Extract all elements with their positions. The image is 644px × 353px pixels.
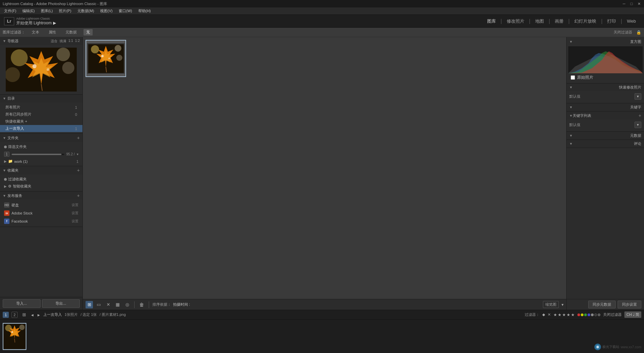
menu-help[interactable]: 帮助(H) [136, 8, 153, 14]
catalog-last-import[interactable]: 上一次导入 1 [0, 125, 82, 132]
keywording-header[interactable]: ▼ 关键字 [567, 103, 644, 111]
zoom-label[interactable]: 缩览图 [543, 301, 559, 308]
menu-edit[interactable]: 编辑(E) [20, 8, 38, 14]
keyword-list-header[interactable]: ▼ 关键字列表 + [567, 111, 644, 120]
star-2[interactable]: ★ [558, 312, 562, 317]
raw-photo-checkbox[interactable] [571, 75, 575, 80]
delete-rejected-button[interactable]: 🗑 [138, 301, 145, 308]
lr-start-label[interactable]: 开始使用 Lightroom ▶ [16, 21, 56, 25]
menu-window[interactable]: 窗口(W) [116, 8, 135, 14]
grid-view-button[interactable]: ⊞ [86, 301, 93, 308]
filter-lock-icon[interactable]: 🔒 [636, 30, 641, 35]
smart-collection[interactable]: ▶ ⚙ 智能收藏夹 [0, 183, 82, 190]
navigator-header[interactable]: ▼ 导航器 适合 填满 1:1 1:2 [0, 37, 82, 45]
nav-1-1[interactable]: 1:1 [68, 39, 73, 44]
flag-yellow[interactable] [581, 313, 583, 316]
flag-none[interactable] [594, 313, 597, 316]
sync-settings-button[interactable]: 同步设置 [618, 301, 641, 308]
filter-none[interactable]: 无 [84, 29, 93, 35]
filter-text[interactable]: 文本 [29, 29, 42, 35]
panel-2-button[interactable]: 2 [11, 312, 18, 318]
nav-fill[interactable]: 填满 [59, 39, 66, 44]
export-button[interactable]: 导出... [42, 299, 80, 308]
filter-attribute[interactable]: 属性 [46, 29, 59, 35]
menu-metadata[interactable]: 元数据(M) [75, 8, 97, 14]
star-5[interactable]: ★ [571, 312, 575, 317]
disk-arrow[interactable]: ▾ [77, 152, 78, 156]
publish-facebook[interactable]: f Facebook 设置 [0, 217, 82, 225]
grid-toggle-icon[interactable]: ⊞ [20, 311, 28, 319]
keyword-list-dropdown[interactable]: ▾ [635, 122, 641, 128]
filter-arrow-icon[interactable]: ◆ [542, 312, 545, 317]
collections-header[interactable]: ▼ 收藏夹 + [0, 166, 82, 174]
module-develop[interactable]: 修改照片 [503, 17, 528, 26]
filter-cross-icon[interactable]: ✕ [548, 312, 551, 317]
menu-library[interactable]: 图库(L) [38, 8, 55, 14]
module-print[interactable]: 打印 [603, 17, 620, 26]
minimize-button[interactable]: ─ [622, 1, 626, 6]
adobe-stock-setup[interactable]: 设置 [72, 211, 78, 216]
filmstrip-thumb-1[interactable] [3, 323, 26, 350]
folder-icon: 📁 [8, 159, 13, 163]
star-4[interactable]: ★ [567, 312, 570, 317]
survey-view-button[interactable]: ▦ [114, 301, 121, 308]
filter-metadata[interactable]: 元数据 [63, 29, 79, 35]
menu-view[interactable]: 视图(V) [97, 8, 115, 14]
histogram-header[interactable]: ▼ 直方图 [568, 39, 643, 45]
sync-metadata-button[interactable]: 同步元数据 [588, 301, 616, 308]
flag-green[interactable] [584, 313, 587, 316]
folders-header[interactable]: ▼ 文件夹 + [0, 134, 82, 142]
flag-purple[interactable] [591, 313, 594, 316]
module-book[interactable]: 画册 [551, 17, 568, 26]
grid-area [83, 37, 566, 299]
publish-harddisk[interactable]: HD 硬盘 设置 [0, 201, 82, 209]
star-1[interactable]: ★ [553, 312, 557, 317]
catalog-synced-photos[interactable]: 所有已同步照片 0 [0, 111, 82, 118]
loupe-view-button[interactable]: ▭ [95, 301, 102, 308]
star-3[interactable]: ★ [562, 312, 566, 317]
harddisk-setup[interactable]: 设置 [72, 203, 78, 207]
folder-filter[interactable]: 筛选文件夹 [0, 143, 82, 150]
comments-header[interactable]: ▼ 评论 [567, 140, 644, 148]
facebook-setup[interactable]: 设置 [72, 219, 78, 224]
module-slideshow[interactable]: 幻灯片放映 [570, 17, 600, 26]
flag-white[interactable] [598, 313, 600, 316]
metadata-header[interactable]: ▼ 元数据 [567, 132, 644, 140]
menu-file[interactable]: 文件(F) [1, 8, 19, 14]
catalog-quick-collection[interactable]: 快捷收藏夹 + [0, 118, 82, 125]
keyword-list-add-icon[interactable]: + [639, 113, 641, 118]
collection-filter[interactable]: 过滤收藏夹 [0, 176, 82, 183]
photo-cell[interactable] [86, 40, 126, 77]
close-button[interactable]: ✕ [637, 1, 641, 6]
close-filter-label[interactable]: 关闭过滤器 [614, 30, 632, 35]
nav-fit[interactable]: 适合 [51, 39, 57, 44]
catalog-header[interactable]: ▼ 目录 [0, 95, 82, 102]
zoom-arrow[interactable]: ▾ [562, 302, 564, 307]
module-map[interactable]: 地图 [531, 17, 548, 26]
publish-adobe-stock[interactable]: St Adobe Stock 设置 [0, 209, 82, 217]
folders-add-button[interactable]: + [77, 135, 80, 141]
quick-develop-header[interactable]: ▼ 快速修改照片 [567, 83, 644, 91]
publish-services-header[interactable]: ▼ 发布服务 + [0, 192, 82, 200]
nav-1-2[interactable]: 1:2 [75, 39, 80, 44]
maximize-button[interactable]: □ [629, 1, 634, 6]
lang-button[interactable]: CH ♩ 简 [624, 311, 641, 318]
flag-blue[interactable] [588, 313, 590, 316]
collections-add-button[interactable]: + [77, 168, 80, 173]
folder-work[interactable]: ▶ 📁 work (1) 1 [0, 158, 82, 165]
menu-photo[interactable]: 照片(P) [56, 8, 74, 14]
module-library[interactable]: 图库 [483, 17, 500, 26]
close-filter-button[interactable]: 关闭过滤器 [603, 312, 622, 317]
flag-red[interactable] [577, 313, 580, 316]
quick-develop-dropdown[interactable]: ▾ [635, 93, 641, 100]
catalog-all-photos[interactable]: 所有照片 1 [0, 104, 82, 111]
nav-next-button[interactable]: ▸ [37, 312, 41, 318]
people-view-button[interactable]: ◎ [123, 301, 131, 308]
panel-1-button[interactable]: 1 [3, 312, 9, 318]
module-web[interactable]: Web [623, 17, 640, 25]
publish-add-button[interactable]: + [77, 193, 80, 198]
compare-view-button[interactable]: ✕ [104, 301, 112, 308]
import-button[interactable]: 导入... [3, 299, 41, 308]
nav-prev-button[interactable]: ◂ [30, 312, 34, 318]
sort-value[interactable]: 拍摄时间 : [173, 302, 190, 307]
